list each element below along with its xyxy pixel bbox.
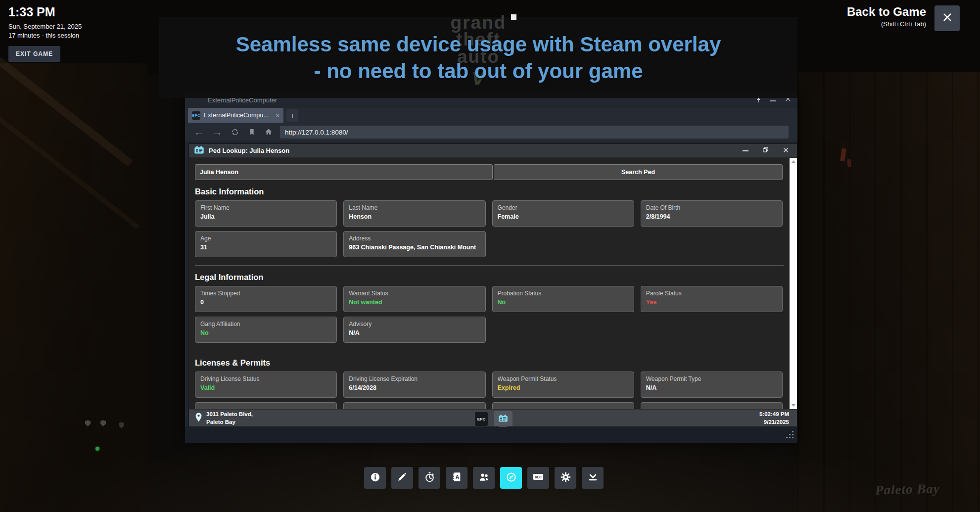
journal-button[interactable]	[446, 467, 467, 489]
browser-bottom-strip	[185, 426, 797, 443]
browser-navbar: ← →	[185, 123, 797, 141]
field-value: N/A	[349, 329, 480, 336]
location-pin-icon	[195, 412, 202, 424]
resize-grip[interactable]	[786, 431, 794, 439]
people-button[interactable]	[473, 467, 495, 489]
overlay-date: Sun, September 21, 2025	[8, 23, 82, 30]
section-title-licenses: Licenses & Permits	[195, 358, 790, 368]
people-icon	[478, 471, 490, 485]
ped-search-input[interactable]	[195, 164, 493, 180]
region-watermark: Paleto Bay	[875, 481, 940, 498]
minimize-icon[interactable]	[743, 150, 748, 151]
field-value: 6/14/2028	[349, 384, 480, 391]
back-to-game-label[interactable]: Back to Game	[847, 5, 926, 19]
licenses-grid: Driving License Status Valid Driving Lic…	[195, 372, 783, 398]
field-value: 963 Chianski Passage, San Chianski Mount	[349, 244, 480, 251]
field-label: Probation Status	[498, 290, 629, 297]
field-label: Warrant Status	[349, 290, 480, 297]
back-to-game-panel[interactable]: Back to Game (Shift+Ctrl+Tab)	[847, 5, 926, 28]
field-value: 2/8/1994	[646, 213, 777, 220]
bookmark-icon[interactable]	[248, 128, 256, 137]
chevron-down-icon	[587, 471, 599, 485]
partial-next-row	[195, 402, 783, 409]
field-value: No	[200, 329, 331, 336]
status-date: 9/21/2025	[759, 419, 789, 426]
field-value: 31	[200, 244, 331, 251]
status-time: 5:02:49 PM	[759, 411, 789, 419]
overlay-time: 1:33 PM	[8, 5, 82, 19]
rec-button[interactable]: REC	[527, 467, 549, 489]
field-card-address: Address 963 Chianski Passage, San Chians…	[343, 231, 485, 257]
logo-accent-square	[510, 13, 517, 21]
new-tab-button[interactable]: +	[286, 109, 298, 122]
field-card-dob: Date Of Birth 2/8/1994	[641, 200, 783, 227]
ped-lookup-window: Ped Lookup: Julia Henson Search Ped Basi…	[188, 143, 797, 426]
tab-label: ExternalPoliceCompu...	[204, 112, 272, 119]
ped-search-row: Search Ped	[195, 164, 783, 180]
timer-button[interactable]	[419, 467, 440, 489]
home-icon[interactable]	[264, 128, 273, 136]
close-icon	[942, 12, 953, 25]
field-card-weapon-permit-status: Weapon Permit Status Expired	[492, 372, 634, 398]
dock-button[interactable]	[582, 467, 604, 489]
close-icon[interactable]	[783, 146, 789, 155]
field-card-advisory: Advisory N/A	[343, 317, 485, 343]
restore-icon[interactable]	[762, 146, 769, 155]
exit-game-button[interactable]: EXIT GAME	[8, 46, 60, 62]
ped-content: Search Ped Basic Information First Name …	[189, 158, 790, 409]
field-value: Yes	[646, 299, 777, 306]
rec-icon: REC	[532, 471, 545, 484]
field-value: Julia	[200, 213, 331, 220]
field-label: Driving License Status	[200, 375, 331, 382]
field-value: N/A	[646, 384, 777, 391]
address-line-1: 3011 Paleto Blvd,	[206, 411, 253, 419]
epc-app-button[interactable]: EPC	[475, 412, 488, 426]
field-card-last-name: Last Name Henson	[343, 200, 485, 227]
info-button[interactable]	[364, 467, 386, 489]
settings-button[interactable]	[555, 467, 576, 489]
field-card-age: Age 31	[195, 231, 337, 257]
refresh-icon[interactable]	[231, 128, 239, 137]
overlay-session-length: 17 minutes - this session	[8, 32, 82, 39]
field-label: Gang Affiliation	[200, 321, 331, 327]
field-card-times-stopped: Times Stopped 0	[195, 286, 337, 312]
section-divider	[195, 351, 784, 351]
tab-close-icon[interactable]: ×	[276, 112, 280, 119]
current-address: 3011 Paleto Blvd, Paleto Bay	[206, 411, 253, 426]
scroll-up-arrow[interactable]	[792, 160, 795, 163]
ped-window-titlebar[interactable]: Ped Lookup: Julia Henson	[189, 144, 797, 158]
field-label: Driving License Expiration	[349, 375, 480, 382]
compass-button[interactable]	[500, 467, 522, 489]
back-icon[interactable]: ←	[194, 127, 204, 137]
field-value: No	[498, 299, 629, 306]
vertical-scrollbar[interactable]	[790, 158, 797, 409]
scroll-down-arrow[interactable]	[792, 404, 795, 407]
field-label: Address	[349, 235, 480, 242]
search-ped-button[interactable]: Search Ped	[494, 164, 783, 180]
field-card-stub	[641, 402, 783, 409]
field-label: Times Stopped	[200, 290, 331, 297]
ped-lookup-app-tile[interactable]	[494, 411, 513, 427]
url-input[interactable]	[280, 126, 789, 139]
field-label: First Name	[200, 204, 331, 211]
epc-favicon: EPC	[192, 111, 200, 120]
field-card-stub	[195, 402, 337, 409]
field-value: 0	[200, 299, 331, 306]
id-card-icon	[498, 414, 508, 424]
browser-window: ExternalPoliceComputer EPC ExternalPolic…	[185, 92, 797, 443]
notebook-icon	[451, 471, 462, 484]
field-label: Advisory	[349, 321, 480, 327]
minimize-icon[interactable]	[770, 100, 776, 101]
overlay-close-button[interactable]	[934, 5, 960, 31]
field-card-driving-license-expiration: Driving License Expiration 6/14/2028	[343, 372, 485, 398]
browser-tabbar: EPC ExternalPoliceCompu... × +	[185, 108, 797, 123]
ped-window-controls	[743, 146, 789, 155]
field-card-probation-status: Probation Status No	[492, 286, 634, 312]
id-card-icon	[194, 145, 204, 156]
info-icon	[370, 471, 381, 485]
edit-button[interactable]	[391, 467, 413, 489]
forward-icon[interactable]: →	[212, 127, 222, 137]
field-label: Last Name	[349, 204, 480, 211]
tab-external-police-computer[interactable]: EPC ExternalPoliceCompu... ×	[188, 108, 283, 123]
ped-statusbar: 3011 Paleto Blvd, Paleto Bay EPC 5:02:49…	[189, 409, 797, 427]
